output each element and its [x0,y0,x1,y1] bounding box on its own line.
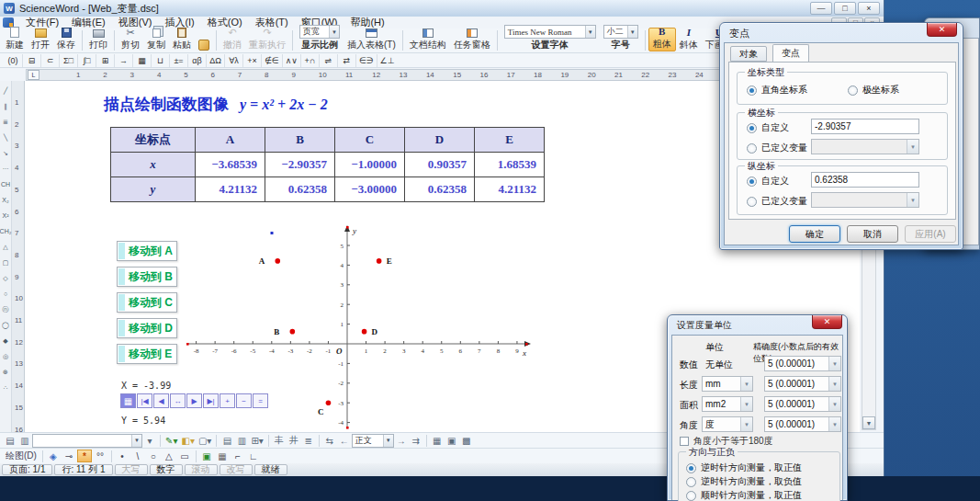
view-page-button[interactable]: ▣ [445,434,459,447]
save-button[interactable]: 保存 [53,28,79,51]
ch-group-tool[interactable]: CH [1,176,10,192]
align-icons-1[interactable]: ▤ [220,434,234,447]
redo-button[interactable]: ↷重新执行 [245,28,289,51]
view-wrap-button[interactable]: ▩ [459,434,474,447]
square-shape-tool[interactable]: ▢ [3,255,9,270]
ordinate-variable-combo[interactable]: ▼ [811,192,919,208]
units-close-icon[interactable]: ✕ [812,315,842,329]
font-name-combo[interactable]: Times New Roman▼ [504,25,596,39]
swap-button[interactable]: ↔ [170,393,186,408]
radio-icon[interactable] [747,176,757,187]
align-icons-2[interactable]: ▥ [234,434,249,447]
task-pane-button[interactable]: 任务窗格 [450,28,494,51]
point-d[interactable] [362,329,367,335]
snap-grid-icon[interactable]: * [77,450,92,462]
next-button[interactable]: ▶ [186,393,202,408]
ordinate-value-input[interactable] [811,172,919,188]
print-button[interactable]: 打印 [85,28,111,51]
math-symbol-button[interactable]: αβ [187,54,206,67]
apply-button[interactable]: 应用(A) [905,225,956,243]
polygon-shape-tool[interactable]: ◆ [3,333,7,348]
cut-button[interactable]: ✂剪切 [118,28,143,51]
chevron-down-icon[interactable]: ▼ [828,417,840,431]
first-button[interactable]: |◀ [137,393,152,408]
dashed-line-tool[interactable]: ⋯ [3,161,9,176]
radio-icon[interactable] [747,197,757,207]
node-edit-icon[interactable]: °° [93,450,107,462]
line-hatch-tool[interactable]: ≣ [3,114,8,130]
dir-right-button[interactable]: → [394,434,409,447]
close-button[interactable]: × [858,2,880,15]
dir-swap-button[interactable]: ⇆ [322,434,337,447]
chevron-down-icon[interactable]: ▼ [828,377,840,391]
math-symbol-button[interactable]: ⊞ [96,54,114,67]
arrow-line-tool[interactable]: ↘ [3,145,8,161]
line-tool[interactable]: \ [130,450,145,462]
more-tools[interactable]: ∴ [4,380,7,395]
radio-ordinate-variable[interactable]: 已定义变量 [747,195,807,208]
chevron-down-icon[interactable]: ▼ [828,357,840,370]
font-size-combo[interactable]: 小二▼ [603,25,638,39]
undo-button[interactable]: ↶撤消 [220,28,245,51]
point-a[interactable] [275,258,280,264]
dir-left-button[interactable]: ← [337,434,352,447]
radio-rect-coords[interactable]: 直角坐标系 [747,84,807,97]
abscissa-variable-combo[interactable]: ▼ [811,139,919,154]
math-symbol-button[interactable]: ∈∋ [355,54,377,67]
n-circle-tool[interactable]: ⓝ [3,302,9,317]
math-symbol-button[interactable]: ∫□ [77,54,96,67]
pen-color-button[interactable]: ✎▾ [163,434,179,447]
math-symbol-button[interactable]: +× [242,54,261,67]
move-to-a-button[interactable]: 移动到 A [117,241,177,261]
table-style2-icon[interactable]: ▥ [17,434,32,447]
point-b[interactable] [290,329,296,335]
style-combo[interactable]: 正文▼ [352,434,394,448]
angle-measure-icon[interactable]: ∟ [246,450,261,462]
chevron-down-icon[interactable]: ▼ [329,26,339,38]
equal-button[interactable]: = [253,393,268,408]
precision-combo-length[interactable]: 5 (0.00001)▼ [764,376,841,392]
line-bold-tool[interactable]: ╲ [4,130,7,145]
radio-icon[interactable] [848,85,858,96]
ellipse-shape-tool[interactable]: ◯ [2,317,9,333]
chevron-down-icon[interactable]: ▼ [828,397,840,411]
math-symbol-button[interactable]: ±= [169,54,187,67]
direction-radio-1[interactable]: 逆时针方向测量，取负值 [686,475,802,488]
tab-varpoint[interactable]: 变点 [772,44,809,62]
math-symbol-button[interactable]: +∩ [300,54,319,67]
last-button[interactable]: ▶| [203,393,219,408]
layout-button[interactable]: ≣ [301,434,316,447]
circle-shape-tool[interactable]: ○ [4,286,7,302]
open-button[interactable]: 打开 [28,28,53,51]
math-symbol-button[interactable]: ΔΩ [206,54,224,67]
view-grid-button[interactable]: ▦ [430,434,445,447]
math-symbol-button[interactable]: ⊔ [151,54,169,67]
plus-button[interactable]: + [220,393,235,408]
minus-button[interactable]: − [236,393,252,408]
math-symbol-button[interactable]: → [114,54,132,67]
precision-combo-number[interactable]: 5 (0.00001)▼ [764,356,841,371]
abscissa-value-input[interactable] [811,119,919,134]
border-style-button[interactable]: ▢▾ [197,434,213,447]
italic-button[interactable]: I斜体 [676,28,702,51]
ok-button[interactable]: 确定 [789,225,840,243]
paste-button[interactable]: 粘贴 [169,28,195,51]
cancel-button[interactable]: 取消 [847,225,898,243]
math-symbol-button[interactable]: ⊟ [22,54,40,67]
pin-icon[interactable]: ⊸ [62,450,76,462]
math-symbol-button[interactable]: Σ□ [59,54,77,67]
distribute-v-button[interactable]: 井 [287,434,301,447]
chevron-down-icon[interactable]: ▼ [131,435,141,447]
draw-menu-button[interactable]: 绘图(D) [4,450,39,462]
math-symbol-button[interactable]: ∠⊥ [377,54,398,67]
precision-combo-angle[interactable]: 5 (0.00001)▼ [764,416,841,432]
merge-cells-button[interactable]: ⊞▾ [249,434,265,447]
gear-shape-tool[interactable]: ⊛ [3,364,8,380]
radio-icon[interactable] [747,85,757,96]
new-button[interactable]: 新建 [2,28,28,51]
radio-icon[interactable] [747,143,757,154]
point-tool[interactable]: • [115,450,130,462]
varpoint-close-icon[interactable]: ✕ [927,23,957,37]
chevron-down-icon[interactable]: ▼ [383,435,393,447]
math-symbol-button[interactable]: ∉∈ [261,54,282,67]
